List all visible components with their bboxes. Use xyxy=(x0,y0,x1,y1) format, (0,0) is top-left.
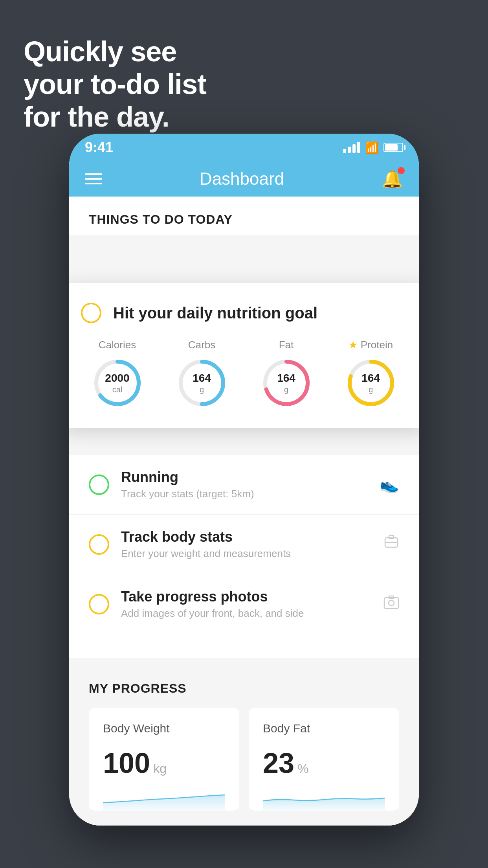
body-weight-card-title: Body Weight xyxy=(103,722,225,735)
menu-button[interactable] xyxy=(85,173,102,184)
wifi-icon: 📶 xyxy=(365,141,379,154)
carbs-unit: g xyxy=(200,385,204,394)
body-fat-unit: % xyxy=(297,761,308,776)
running-subtitle: Track your stats (target: 5km) xyxy=(121,488,368,500)
carbs-circle: 164 g xyxy=(176,357,227,408)
body-fat-number: 23 xyxy=(263,747,294,779)
things-section-title: THINGS TO DO TODAY xyxy=(89,212,233,226)
body-weight-card: Body Weight 100 kg xyxy=(89,708,239,811)
carbs-label: Carbs xyxy=(188,339,215,351)
body-stats-subtitle: Enter your weight and measurements xyxy=(121,548,372,560)
calories-unit: cal xyxy=(112,385,123,394)
battery-icon xyxy=(383,143,403,152)
body-fat-chart xyxy=(263,787,385,811)
notification-badge xyxy=(398,167,405,174)
nav-bar: Dashboard 🔔 xyxy=(69,161,419,197)
progress-section-title: MY PROGRESS xyxy=(89,681,399,696)
star-icon: ★ xyxy=(349,339,358,351)
body-weight-number: 100 xyxy=(103,747,150,779)
svg-rect-9 xyxy=(389,535,394,539)
signal-icon xyxy=(343,142,360,153)
nutrition-checkbox[interactable] xyxy=(81,303,101,323)
body-stats-checkbox[interactable] xyxy=(89,534,109,555)
fat-circle: 164 g xyxy=(261,357,312,408)
nutrition-row: Calories 2000 cal Carbs xyxy=(81,339,407,408)
svg-rect-11 xyxy=(384,598,398,609)
protein-circle: 164 g xyxy=(345,357,396,408)
calories-value: 2000 xyxy=(105,371,129,385)
running-checkbox[interactable] xyxy=(89,474,109,495)
running-info: Running Track your stats (target: 5km) xyxy=(121,469,368,500)
nutrition-carbs: Carbs 164 g xyxy=(176,339,227,408)
scale-icon xyxy=(383,535,399,554)
protein-label: ★ Protein xyxy=(349,339,393,351)
running-title: Running xyxy=(121,469,368,485)
todo-list: Running Track your stats (target: 5km) 👟… xyxy=(69,455,419,634)
notifications-button[interactable]: 🔔 xyxy=(382,169,403,189)
svg-point-12 xyxy=(389,600,394,606)
body-fat-card: Body Fat 23 % xyxy=(249,708,399,811)
nutrition-card: Hit your daily nutrition goal Calories 2… xyxy=(69,283,419,428)
body-weight-value: 100 kg xyxy=(103,747,225,779)
todo-item-body-stats[interactable]: Track body stats Enter your weight and m… xyxy=(69,515,419,574)
protein-value: 164 xyxy=(361,371,380,385)
nutrition-calories: Calories 2000 cal xyxy=(92,339,143,408)
fat-value: 164 xyxy=(277,371,295,385)
protein-unit: g xyxy=(369,385,373,394)
body-weight-chart xyxy=(103,787,225,811)
body-stats-title: Track body stats xyxy=(121,529,372,545)
calories-circle: 2000 cal xyxy=(92,357,143,408)
fat-unit: g xyxy=(284,385,288,394)
nutrition-protein: ★ Protein 164 g xyxy=(345,339,396,408)
progress-photos-info: Take progress photos Add images of your … xyxy=(121,588,372,620)
hero-line2: your to-do list xyxy=(24,68,206,101)
photo-icon xyxy=(383,594,399,614)
body-stats-info: Track body stats Enter your weight and m… xyxy=(121,529,372,560)
body-fat-value: 23 % xyxy=(263,747,385,779)
hero-line1: Quickly see xyxy=(24,35,206,68)
calories-label: Calories xyxy=(99,339,136,351)
body-fat-card-title: Body Fat xyxy=(263,722,385,735)
hero-line3: for the day. xyxy=(24,101,206,133)
progress-photos-checkbox[interactable] xyxy=(89,594,109,614)
hero-text: Quickly see your to-do list for the day. xyxy=(24,35,206,133)
nutrition-card-title: Hit your daily nutrition goal xyxy=(113,304,317,322)
todo-item-progress-photos[interactable]: Take progress photos Add images of your … xyxy=(69,574,419,634)
progress-section: MY PROGRESS Body Weight 100 kg xyxy=(69,658,419,826)
nav-title: Dashboard xyxy=(200,169,284,189)
nutrition-fat: Fat 164 g xyxy=(261,339,312,408)
spacer xyxy=(69,634,419,658)
status-icons: 📶 xyxy=(343,141,403,154)
carbs-value: 164 xyxy=(193,371,211,385)
progress-photos-title: Take progress photos xyxy=(121,588,372,605)
todo-item-running[interactable]: Running Track your stats (target: 5km) 👟 xyxy=(69,455,419,515)
running-icon: 👟 xyxy=(380,475,399,494)
fat-label: Fat xyxy=(279,339,294,351)
status-bar: 9:41 📶 xyxy=(69,134,419,161)
things-section-header: THINGS TO DO TODAY xyxy=(69,197,419,235)
phone-mockup: 9:41 📶 Dashboard 🔔 xyxy=(69,134,419,826)
progress-photos-subtitle: Add images of your front, back, and side xyxy=(121,607,372,620)
status-time: 9:41 xyxy=(85,139,113,156)
progress-cards: Body Weight 100 kg xyxy=(89,708,399,811)
body-weight-unit: kg xyxy=(153,761,167,776)
